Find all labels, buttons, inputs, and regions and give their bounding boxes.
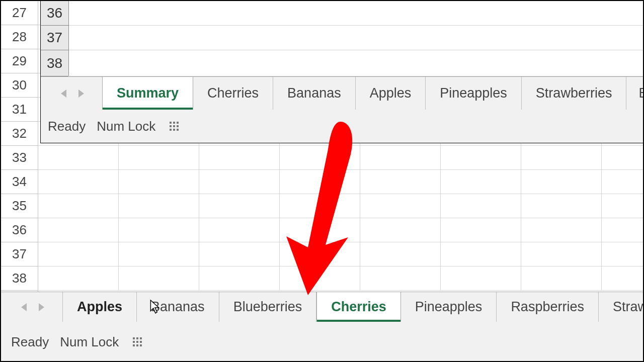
sheet-tab[interactable]: Pineapples <box>426 77 522 110</box>
row-header[interactable]: 32 <box>1 122 38 146</box>
sheet-tab[interactable]: Strawb <box>599 292 643 322</box>
sheet-tabs: Summary Cherries Bananas Apples Pineappl… <box>102 77 643 110</box>
row-header-column: 27 28 29 30 31 32 33 34 35 36 37 38 <box>1 1 38 292</box>
sheet-tab[interactable]: B <box>626 77 643 110</box>
macro-record-icon[interactable] <box>132 336 143 347</box>
row-header[interactable]: 37 <box>1 242 38 266</box>
row-header[interactable]: 36 <box>1 218 38 242</box>
sheet-tab[interactable]: Raspberries <box>497 292 599 322</box>
status-ready: Ready <box>48 119 86 134</box>
row-header[interactable]: 37 <box>41 26 68 50</box>
row-header[interactable]: 33 <box>1 146 38 170</box>
status-bar: Ready Num Lock <box>1 322 643 362</box>
row-header[interactable]: 30 <box>1 73 38 98</box>
sheet-tab[interactable]: Blueberries <box>219 292 317 322</box>
sheet-tab[interactable]: Cherries <box>316 292 401 322</box>
status-numlock: Num Lock <box>60 334 119 350</box>
sheet-tab[interactable]: Summary <box>102 77 193 110</box>
spreadsheet-grid[interactable] <box>69 1 643 76</box>
tab-scroll-right-icon[interactable] <box>39 303 44 311</box>
sheet-tab[interactable]: Apples <box>356 77 426 110</box>
sheet-tab[interactable]: Cherries <box>193 77 273 110</box>
status-ready: Ready <box>11 334 49 350</box>
sheet-tab[interactable]: Apples <box>62 292 137 322</box>
row-header[interactable]: 31 <box>1 98 38 122</box>
sheet-tab-bar: Apples Bananas Blueberries Cherries Pine… <box>1 292 643 322</box>
status-bar: Ready Num Lock <box>41 110 643 143</box>
macro-record-icon[interactable] <box>169 121 180 132</box>
sheet-tab[interactable]: Strawberries <box>522 77 627 110</box>
tab-nav-arrows <box>41 89 102 98</box>
sheet-tab[interactable]: Bananas <box>273 77 356 110</box>
tab-scroll-right-icon[interactable] <box>78 89 84 98</box>
row-header[interactable]: 29 <box>1 49 38 73</box>
tab-scroll-left-icon[interactable] <box>21 303 27 311</box>
inset-spreadsheet-window: 36 37 38 Summary Cherries Bananas Apples… <box>40 1 643 143</box>
tab-scroll-left-icon[interactable] <box>61 89 66 98</box>
row-header[interactable]: 34 <box>1 170 38 194</box>
row-header[interactable]: 36 <box>41 1 68 26</box>
row-header[interactable]: 38 <box>41 50 68 76</box>
status-numlock: Num Lock <box>97 119 155 134</box>
sheet-tab-bar: Summary Cherries Bananas Apples Pineappl… <box>41 76 643 110</box>
row-header[interactable]: 38 <box>1 266 38 291</box>
tab-nav-arrows <box>1 303 62 311</box>
row-header[interactable]: 27 <box>1 1 38 25</box>
row-header[interactable]: 28 <box>1 25 38 49</box>
sheet-tabs: Apples Bananas Blueberries Cherries Pine… <box>62 292 643 322</box>
sheet-tab[interactable]: Pineapples <box>401 292 497 322</box>
row-header[interactable]: 35 <box>1 194 38 218</box>
sheet-tab[interactable]: Bananas <box>137 292 219 322</box>
row-header-column: 36 37 38 <box>41 1 69 76</box>
